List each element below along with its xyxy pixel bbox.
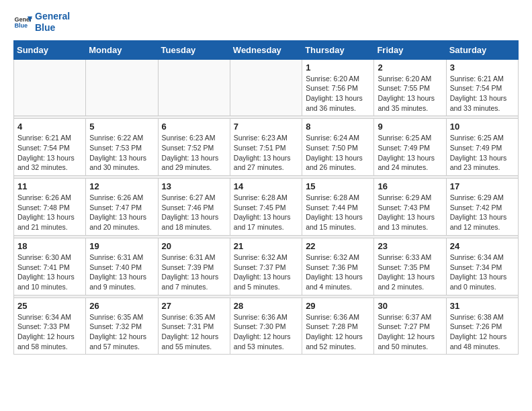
- calendar-cell: 4Sunrise: 6:21 AMSunset: 7:54 PMDaylight…: [14, 119, 86, 176]
- day-info: Sunrise: 6:28 AMSunset: 7:45 PMDaylight:…: [234, 193, 298, 232]
- weekday-header-thursday: Thursday: [302, 40, 374, 59]
- day-info: Sunrise: 6:37 AMSunset: 7:27 PMDaylight:…: [378, 312, 442, 352]
- calendar-cell: 27Sunrise: 6:35 AMSunset: 7:31 PMDayligh…: [158, 298, 230, 355]
- day-info: Sunrise: 6:31 AMSunset: 7:39 PMDaylight:…: [162, 253, 226, 292]
- svg-text:Blue: Blue: [14, 22, 28, 29]
- day-info: Sunrise: 6:32 AMSunset: 7:37 PMDaylight:…: [234, 253, 298, 292]
- day-info: Sunrise: 6:33 AMSunset: 7:35 PMDaylight:…: [378, 253, 442, 292]
- day-number: 27: [162, 301, 226, 311]
- day-number: 28: [234, 301, 298, 311]
- day-info: Sunrise: 6:28 AMSunset: 7:44 PMDaylight:…: [306, 193, 370, 232]
- day-number: 7: [234, 122, 298, 132]
- day-number: 23: [378, 241, 442, 251]
- day-number: 4: [17, 122, 82, 132]
- day-info: Sunrise: 6:21 AMSunset: 7:54 PMDaylight:…: [17, 133, 82, 173]
- calendar-cell: 2Sunrise: 6:20 AMSunset: 7:55 PMDaylight…: [374, 59, 446, 116]
- day-number: 25: [17, 301, 82, 311]
- day-number: 17: [450, 181, 515, 191]
- day-info: Sunrise: 6:32 AMSunset: 7:36 PMDaylight:…: [306, 253, 370, 292]
- day-number: 30: [378, 301, 442, 311]
- calendar-cell: 29Sunrise: 6:36 AMSunset: 7:28 PMDayligh…: [302, 298, 374, 355]
- week-row-4: 18Sunrise: 6:30 AMSunset: 7:41 PMDayligh…: [14, 238, 519, 295]
- logo-icon: General Blue: [13, 13, 32, 32]
- day-info: Sunrise: 6:25 AMSunset: 7:49 PMDaylight:…: [450, 133, 515, 173]
- weekday-header-row: SundayMondayTuesdayWednesdayThursdayFrid…: [14, 40, 519, 59]
- day-info: Sunrise: 6:24 AMSunset: 7:50 PMDaylight:…: [306, 133, 370, 173]
- calendar-cell: 1Sunrise: 6:20 AMSunset: 7:56 PMDaylight…: [302, 59, 374, 116]
- calendar-cell: 12Sunrise: 6:26 AMSunset: 7:47 PMDayligh…: [86, 179, 158, 236]
- calendar-cell: [86, 59, 158, 116]
- week-row-1: 1Sunrise: 6:20 AMSunset: 7:56 PMDaylight…: [14, 59, 519, 116]
- day-number: 10: [450, 122, 515, 132]
- calendar-cell: 25Sunrise: 6:34 AMSunset: 7:33 PMDayligh…: [14, 298, 86, 355]
- day-number: 22: [306, 241, 370, 251]
- calendar-cell: 19Sunrise: 6:31 AMSunset: 7:40 PMDayligh…: [86, 238, 158, 295]
- day-info: Sunrise: 6:23 AMSunset: 7:52 PMDaylight:…: [162, 133, 226, 173]
- day-number: 11: [17, 181, 82, 191]
- day-info: Sunrise: 6:36 AMSunset: 7:30 PMDaylight:…: [234, 312, 298, 352]
- day-number: 2: [378, 62, 442, 73]
- day-info: Sunrise: 6:25 AMSunset: 7:49 PMDaylight:…: [378, 133, 442, 173]
- day-number: 14: [234, 181, 298, 191]
- calendar-cell: 30Sunrise: 6:37 AMSunset: 7:27 PMDayligh…: [374, 298, 446, 355]
- day-number: 24: [450, 241, 515, 251]
- calendar-cell: 8Sunrise: 6:24 AMSunset: 7:50 PMDaylight…: [302, 119, 374, 176]
- day-info: Sunrise: 6:34 AMSunset: 7:34 PMDaylight:…: [450, 253, 515, 292]
- calendar-cell: 28Sunrise: 6:36 AMSunset: 7:30 PMDayligh…: [230, 298, 302, 355]
- calendar-cell: [14, 59, 86, 116]
- logo-text: General Blue: [35, 11, 70, 34]
- day-number: 12: [89, 181, 154, 191]
- calendar-table: SundayMondayTuesdayWednesdayThursdayFrid…: [13, 40, 519, 355]
- day-info: Sunrise: 6:29 AMSunset: 7:42 PMDaylight:…: [450, 193, 515, 232]
- day-info: Sunrise: 6:27 AMSunset: 7:46 PMDaylight:…: [162, 193, 226, 232]
- weekday-header-sunday: Sunday: [14, 40, 86, 59]
- calendar-cell: 10Sunrise: 6:25 AMSunset: 7:49 PMDayligh…: [446, 119, 518, 176]
- page-header: General Blue General Blue: [13, 11, 519, 34]
- day-info: Sunrise: 6:35 AMSunset: 7:31 PMDaylight:…: [162, 312, 226, 352]
- day-number: 20: [162, 241, 226, 251]
- calendar-cell: 6Sunrise: 6:23 AMSunset: 7:52 PMDaylight…: [158, 119, 230, 176]
- day-number: 1: [306, 62, 370, 73]
- calendar-cell: 31Sunrise: 6:38 AMSunset: 7:26 PMDayligh…: [446, 298, 518, 355]
- day-info: Sunrise: 6:35 AMSunset: 7:32 PMDaylight:…: [89, 312, 154, 352]
- weekday-header-friday: Friday: [374, 40, 446, 59]
- calendar-cell: 13Sunrise: 6:27 AMSunset: 7:46 PMDayligh…: [158, 179, 230, 236]
- calendar-cell: [158, 59, 230, 116]
- day-info: Sunrise: 6:22 AMSunset: 7:53 PMDaylight:…: [89, 133, 154, 173]
- day-info: Sunrise: 6:21 AMSunset: 7:54 PMDaylight:…: [450, 74, 515, 113]
- day-info: Sunrise: 6:29 AMSunset: 7:43 PMDaylight:…: [378, 193, 442, 232]
- day-number: 29: [306, 301, 370, 311]
- calendar-cell: 15Sunrise: 6:28 AMSunset: 7:44 PMDayligh…: [302, 179, 374, 236]
- calendar-cell: 24Sunrise: 6:34 AMSunset: 7:34 PMDayligh…: [446, 238, 518, 295]
- day-info: Sunrise: 6:30 AMSunset: 7:41 PMDaylight:…: [17, 253, 82, 292]
- day-info: Sunrise: 6:34 AMSunset: 7:33 PMDaylight:…: [17, 312, 82, 352]
- day-number: 13: [162, 181, 226, 191]
- calendar-cell: 22Sunrise: 6:32 AMSunset: 7:36 PMDayligh…: [302, 238, 374, 295]
- calendar-cell: 21Sunrise: 6:32 AMSunset: 7:37 PMDayligh…: [230, 238, 302, 295]
- day-number: 18: [17, 241, 82, 251]
- day-number: 19: [89, 241, 154, 251]
- day-info: Sunrise: 6:31 AMSunset: 7:40 PMDaylight:…: [89, 253, 154, 292]
- day-number: 8: [306, 122, 370, 132]
- day-number: 21: [234, 241, 298, 251]
- day-info: Sunrise: 6:20 AMSunset: 7:56 PMDaylight:…: [306, 74, 370, 113]
- day-number: 9: [378, 122, 442, 132]
- calendar-cell: 23Sunrise: 6:33 AMSunset: 7:35 PMDayligh…: [374, 238, 446, 295]
- day-info: Sunrise: 6:38 AMSunset: 7:26 PMDaylight:…: [450, 312, 515, 352]
- calendar-cell: 5Sunrise: 6:22 AMSunset: 7:53 PMDaylight…: [86, 119, 158, 176]
- weekday-header-wednesday: Wednesday: [230, 40, 302, 59]
- calendar-cell: 11Sunrise: 6:26 AMSunset: 7:48 PMDayligh…: [14, 179, 86, 236]
- weekday-header-saturday: Saturday: [446, 40, 518, 59]
- calendar-cell: 26Sunrise: 6:35 AMSunset: 7:32 PMDayligh…: [86, 298, 158, 355]
- calendar-cell: 7Sunrise: 6:23 AMSunset: 7:51 PMDaylight…: [230, 119, 302, 176]
- day-info: Sunrise: 6:26 AMSunset: 7:47 PMDaylight:…: [89, 193, 154, 232]
- calendar-cell: 14Sunrise: 6:28 AMSunset: 7:45 PMDayligh…: [230, 179, 302, 236]
- week-row-2: 4Sunrise: 6:21 AMSunset: 7:54 PMDaylight…: [14, 119, 519, 176]
- weekday-header-tuesday: Tuesday: [158, 40, 230, 59]
- calendar-cell: [230, 59, 302, 116]
- day-info: Sunrise: 6:23 AMSunset: 7:51 PMDaylight:…: [234, 133, 298, 173]
- day-number: 3: [450, 62, 515, 73]
- day-number: 6: [162, 122, 226, 132]
- week-row-5: 25Sunrise: 6:34 AMSunset: 7:33 PMDayligh…: [14, 298, 519, 355]
- week-row-3: 11Sunrise: 6:26 AMSunset: 7:48 PMDayligh…: [14, 179, 519, 236]
